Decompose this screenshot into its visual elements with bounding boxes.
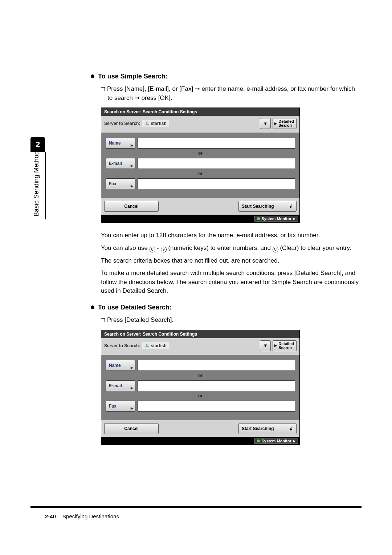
detailed-search-button[interactable]: ▶ Detailed Search <box>273 340 297 351</box>
server-value: starfish <box>151 121 166 126</box>
heading-text-2: To use Detailed Search: <box>98 304 172 311</box>
sysmon-label: System Monitor <box>261 439 291 443</box>
key-0-icon: 0 <box>150 247 155 252</box>
chevron-down-icon: ▼ <box>263 121 268 126</box>
fax-input[interactable] <box>138 178 295 189</box>
server-chip: 🖧 starfish <box>142 342 168 349</box>
square-bullet-icon <box>101 318 105 322</box>
chevron-down-icon: ▼ <box>263 343 268 348</box>
key-9-icon: 9 <box>161 247 167 252</box>
detailed-search-heading: To use Detailed Search: <box>91 304 359 311</box>
or-label-2: or <box>106 171 295 176</box>
detailed-search-button[interactable]: ▶ Detailed Search <box>273 118 297 129</box>
para-1: You can enter up to 128 characters for t… <box>101 231 359 240</box>
para-3: The search criteria boxes that are not f… <box>101 256 359 266</box>
detailed-btn-label: Detailed Search <box>278 342 294 350</box>
search-panel-2: Search on Server: Search Condition Setti… <box>101 330 300 445</box>
server-value: starfish <box>151 343 166 348</box>
instruction-line-2: Press [Detailed Search]. <box>101 316 359 325</box>
start-btn-label: Start Searching <box>242 426 274 431</box>
triangle-icon: ▶ <box>131 406 133 410</box>
triangle-icon: ▶ <box>131 366 133 369</box>
triangle-icon: ▶ <box>131 184 133 188</box>
start-searching-button[interactable]: Start Searching ↲ <box>238 423 297 434</box>
side-vertical-label: Basic Sending Methods <box>33 148 40 216</box>
system-monitor-button[interactable]: System Monitor ▶ <box>254 438 298 444</box>
fax-btn-label: Fax <box>109 404 117 409</box>
triangle-right-icon: ▶ <box>293 439 295 443</box>
server-label: Server to Search: <box>104 343 140 348</box>
side-rule <box>45 152 46 219</box>
panel-footer: Cancel Start Searching ↲ <box>101 198 299 215</box>
triangle-icon: ▶ <box>131 164 133 167</box>
enter-icon: ↲ <box>289 203 293 209</box>
p2c: (numeric keys) to enter numbers, and <box>167 244 273 251</box>
name-button[interactable]: Name▶ <box>106 360 135 371</box>
start-searching-button[interactable]: Start Searching ↲ <box>238 201 297 212</box>
fax-button[interactable]: Fax▶ <box>106 401 135 412</box>
footer-rule <box>30 506 362 508</box>
para-4: To make a more detailed search with mult… <box>101 269 359 296</box>
triangle-icon: ▶ <box>131 143 133 147</box>
system-monitor-button[interactable]: System Monitor ▶ <box>254 216 298 222</box>
instruction-line: Press [Name], [E-mail], or [Fax] ➞ enter… <box>101 85 359 102</box>
server-dropdown-button[interactable]: ▼ <box>260 118 271 129</box>
name-input[interactable] <box>138 360 295 371</box>
email-btn-label: E-mail <box>109 383 122 388</box>
server-icon: 🖧 <box>144 343 149 348</box>
email-input[interactable] <box>138 380 295 391</box>
email-button[interactable]: E-mail▶ <box>106 158 135 169</box>
cancel-button[interactable]: Cancel <box>104 201 159 212</box>
bullet-icon <box>91 305 94 309</box>
server-label: Server to Search: <box>104 121 140 126</box>
panel-server-bar: Server to Search: 🖧 starfish ▼ ▶ Detaile… <box>101 116 299 133</box>
p2d: (Clear) to clear your entry. <box>278 244 351 251</box>
key-c-icon: C <box>273 247 278 252</box>
system-bar: System Monitor ▶ <box>101 215 299 223</box>
para-2: You can also use 0 - 9 (numeric keys) to… <box>101 244 359 253</box>
panel-server-bar: Server to Search: 🖧 starfish ▼ ▶ Detaile… <box>101 338 299 355</box>
email-input[interactable] <box>138 158 295 169</box>
triangle-right-icon: ▶ <box>293 217 295 220</box>
server-chip: 🖧 starfish <box>142 120 168 127</box>
page-number: 2-40 <box>45 513 56 519</box>
name-btn-label: Name <box>109 363 121 368</box>
server-icon: 🖧 <box>144 121 149 126</box>
status-dot-icon <box>257 217 260 220</box>
fax-btn-label: Fax <box>109 181 117 186</box>
email-btn-label: E-mail <box>109 161 122 166</box>
page-footer: 2-40Specifying Destinations <box>45 513 119 519</box>
square-bullet-icon <box>101 87 105 91</box>
heading-text: To use Simple Search: <box>98 73 168 80</box>
cancel-button[interactable]: Cancel <box>104 423 159 434</box>
system-bar: System Monitor ▶ <box>101 437 299 445</box>
panel-title: Search on Server: Search Condition Setti… <box>101 330 299 338</box>
instr-c: press [OK]. <box>140 94 172 101</box>
email-button[interactable]: E-mail▶ <box>106 380 135 391</box>
or-label-1: or <box>106 151 295 156</box>
arrow-icon: ➞ <box>195 85 200 92</box>
p2a: You can also use <box>101 244 150 251</box>
triangle-icon: ▶ <box>131 386 133 390</box>
panel-body: Name▶ or E-mail▶ or Fax▶ <box>101 355 299 420</box>
or-label-1: or <box>106 373 295 378</box>
start-btn-label: Start Searching <box>242 204 274 209</box>
fax-button[interactable]: Fax▶ <box>106 178 135 189</box>
arrow-icon-2: ➞ <box>135 94 140 101</box>
instr-a: Press [Name], [E-mail], or [Fax] <box>107 85 195 92</box>
detailed-btn-label: Detailed Search <box>278 119 294 127</box>
search-panel: Search on Server: Search Condition Setti… <box>101 108 300 223</box>
name-btn-label: Name <box>109 141 121 146</box>
status-dot-icon <box>257 439 260 442</box>
fax-input[interactable] <box>138 401 295 412</box>
sysmon-label: System Monitor <box>261 216 291 221</box>
bullet-icon <box>91 74 94 78</box>
server-dropdown-button[interactable]: ▼ <box>260 340 271 351</box>
name-button[interactable]: Name▶ <box>106 138 135 149</box>
p2b: - <box>155 244 161 251</box>
or-label-2: or <box>106 393 295 398</box>
panel-footer: Cancel Start Searching ↲ <box>101 420 299 437</box>
triangle-right-icon: ▶ <box>274 122 277 125</box>
name-input[interactable] <box>138 138 295 149</box>
panel-title: Search on Server: Search Condition Setti… <box>101 108 299 116</box>
